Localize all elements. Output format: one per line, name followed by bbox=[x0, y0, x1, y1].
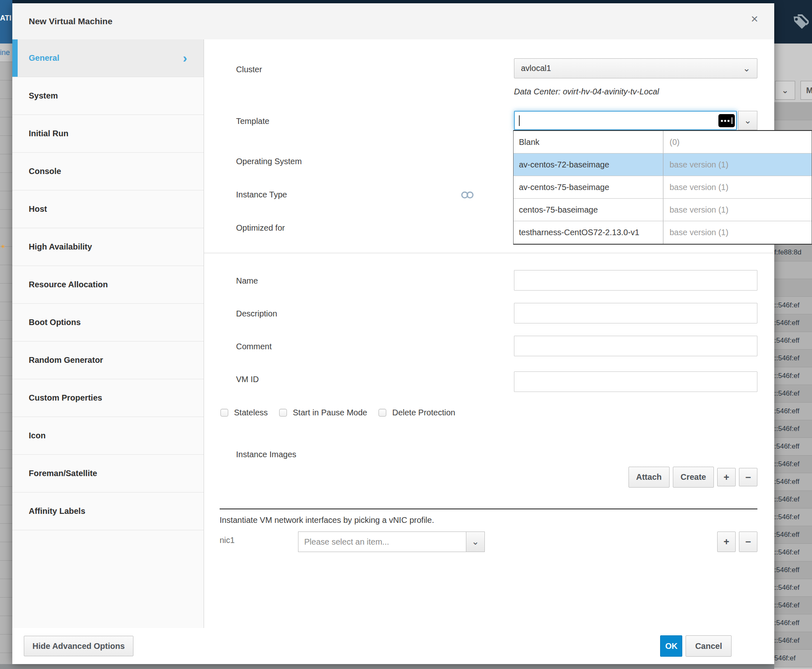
checkbox[interactable] bbox=[279, 409, 287, 417]
sidebar-item[interactable]: Console › bbox=[12, 153, 204, 190]
sidebar-item[interactable]: Custom Properties › bbox=[12, 379, 204, 417]
chevron-down-icon: ⌄ bbox=[743, 66, 750, 71]
remove-disk-button[interactable]: − bbox=[739, 468, 757, 486]
template-option-version: base version (1) bbox=[663, 205, 728, 215]
background-masthead-corner bbox=[774, 0, 812, 44]
dialog-header: New Virtual Machine × bbox=[12, 3, 774, 39]
description-input[interactable] bbox=[514, 303, 757, 323]
attach-button[interactable]: Attach bbox=[628, 467, 670, 488]
nic1-label: nic1 bbox=[220, 536, 235, 545]
sidebar-item[interactable]: General › bbox=[12, 39, 204, 77]
template-option-row[interactable]: av-centos-75-baseimage base version (1) bbox=[514, 176, 812, 199]
cluster-select-value: avlocal1 bbox=[521, 64, 551, 73]
checkbox-group[interactable]: Delete Protection bbox=[378, 408, 455, 417]
template-option-version: (0) bbox=[663, 137, 679, 147]
checkbox[interactable] bbox=[378, 409, 386, 417]
template-option-name: Blank bbox=[514, 131, 663, 153]
vm-id-label: VM ID bbox=[236, 373, 259, 385]
checkbox[interactable] bbox=[220, 409, 228, 417]
remove-nic-button[interactable]: − bbox=[739, 532, 757, 552]
instance-images-buttons: Attach Create + − bbox=[628, 467, 758, 488]
template-option-row[interactable]: av-centos-72-baseimage base version (1) bbox=[514, 154, 812, 176]
background-tab-text: ATI bbox=[0, 14, 11, 22]
dialog-sidebar: General › System › Initial Run › Co bbox=[12, 39, 204, 628]
instance-type-label: Instance Type bbox=[236, 188, 287, 201]
sidebar-item[interactable]: Host › bbox=[12, 190, 204, 228]
template-option-row[interactable]: testharness-CentOS72-2.13.0-v1 base vers… bbox=[514, 221, 812, 244]
vm-id-input[interactable] bbox=[514, 371, 757, 392]
background-table-row: ::546f:ef bbox=[774, 367, 812, 385]
sidebar-item-label: System bbox=[29, 91, 58, 101]
sidebar-item[interactable]: Initial Run › bbox=[12, 115, 204, 153]
background-table-row bbox=[774, 261, 812, 279]
template-option-name: av-centos-75-baseimage bbox=[514, 176, 663, 198]
template-option-name: av-centos-72-baseimage bbox=[514, 154, 663, 176]
link-icon bbox=[460, 190, 475, 199]
sidebar-item-label: Host bbox=[29, 204, 47, 214]
template-dropdown-button[interactable]: ⌄ bbox=[738, 111, 757, 130]
background-more-button: M bbox=[801, 81, 812, 100]
sidebar-item[interactable]: High Availability › bbox=[12, 228, 204, 266]
name-input[interactable] bbox=[514, 270, 757, 291]
checkbox-label: Delete Protection bbox=[392, 408, 455, 417]
sidebar-item[interactable]: Random Generator › bbox=[12, 341, 204, 379]
section-divider bbox=[204, 253, 774, 253]
vnic-section-divider bbox=[220, 509, 757, 509]
sidebar-item[interactable]: Boot Options › bbox=[12, 304, 204, 341]
background-table-row: :546f:eff bbox=[774, 473, 812, 491]
checkbox-group[interactable]: Start in Pause Mode bbox=[279, 408, 367, 417]
sidebar-item-label: General bbox=[29, 53, 59, 63]
background-table-row: ::546f:ef bbox=[774, 632, 812, 650]
background-table-row: 546f:ef bbox=[774, 650, 812, 667]
background-table-row: ine bbox=[0, 44, 12, 62]
background-table-row bbox=[774, 279, 812, 297]
sidebar-item-label: Boot Options bbox=[29, 318, 81, 327]
background-table-row: :546f:eff bbox=[774, 561, 812, 579]
background-table-row: ::546f:ef bbox=[774, 420, 812, 438]
background-table-row: ::546f:ef bbox=[774, 297, 812, 314]
input-badge-icon bbox=[718, 114, 735, 127]
status-flag-icon: ✶ bbox=[0, 243, 6, 250]
sidebar-item[interactable]: Foreman/Satellite › bbox=[12, 455, 204, 493]
comment-label: Comment bbox=[236, 340, 272, 353]
background-table-row: ::546f:ef bbox=[774, 456, 812, 473]
optimized-for-label: Optimized for bbox=[236, 222, 285, 234]
background-table-row: ::546f:ef bbox=[774, 544, 812, 561]
cluster-label: Cluster bbox=[236, 63, 262, 76]
vnic-profile-select[interactable]: Please select an item... ⌄ bbox=[298, 532, 485, 552]
template-option-version: base version (1) bbox=[663, 160, 728, 170]
create-button[interactable]: Create bbox=[673, 467, 714, 488]
sidebar-item-label: Random Generator bbox=[29, 355, 103, 365]
dialog-body: General › System › Initial Run › Co bbox=[12, 39, 774, 628]
background-vm-link: ine bbox=[0, 48, 10, 57]
sidebar-item[interactable]: System › bbox=[12, 77, 204, 115]
sidebar-item[interactable]: Resource Allocation › bbox=[12, 266, 204, 304]
add-disk-button[interactable]: + bbox=[717, 468, 736, 486]
template-option-row[interactable]: Blank (0) bbox=[514, 131, 812, 154]
background-table-row: ::546f:ef bbox=[774, 385, 812, 403]
sidebar-item[interactable]: Icon › bbox=[12, 417, 204, 455]
background-table-row: ::546f:ef bbox=[774, 509, 812, 526]
ok-button[interactable]: OK bbox=[660, 635, 682, 657]
comment-input[interactable] bbox=[514, 336, 757, 356]
background-toolbar: ⌄ M bbox=[774, 44, 812, 103]
checkbox-group[interactable]: Stateless bbox=[220, 408, 268, 417]
cluster-select[interactable]: avlocal1 ⌄ bbox=[514, 58, 757, 78]
sidebar-item-label: Console bbox=[29, 167, 61, 176]
vnic-profile-placeholder: Please select an item... bbox=[298, 532, 466, 552]
cancel-button[interactable]: Cancel bbox=[686, 635, 732, 657]
tags-icon bbox=[792, 13, 809, 30]
sidebar-item[interactable]: Affinity Labels › bbox=[12, 493, 204, 530]
background-table-row: :546f:eff bbox=[774, 526, 812, 544]
checkbox-row: Stateless Start in Pause Mode Delete Pro… bbox=[220, 408, 461, 417]
close-icon[interactable]: × bbox=[746, 11, 763, 27]
template-option-row[interactable]: centos-75-baseimage base version (1) bbox=[514, 199, 812, 221]
add-nic-button[interactable]: + bbox=[717, 532, 736, 552]
template-dropdown-popup: Blank (0) av-centos-72-baseimage base ve… bbox=[513, 130, 812, 245]
background-table-row: ::546f:ef bbox=[774, 350, 812, 367]
template-input[interactable] bbox=[514, 111, 737, 130]
hide-advanced-options-button[interactable]: Hide Advanced Options bbox=[24, 636, 133, 656]
background-table-row bbox=[774, 103, 812, 120]
background-table-row: ::546f:ef bbox=[774, 579, 812, 597]
description-label: Description bbox=[236, 307, 277, 320]
